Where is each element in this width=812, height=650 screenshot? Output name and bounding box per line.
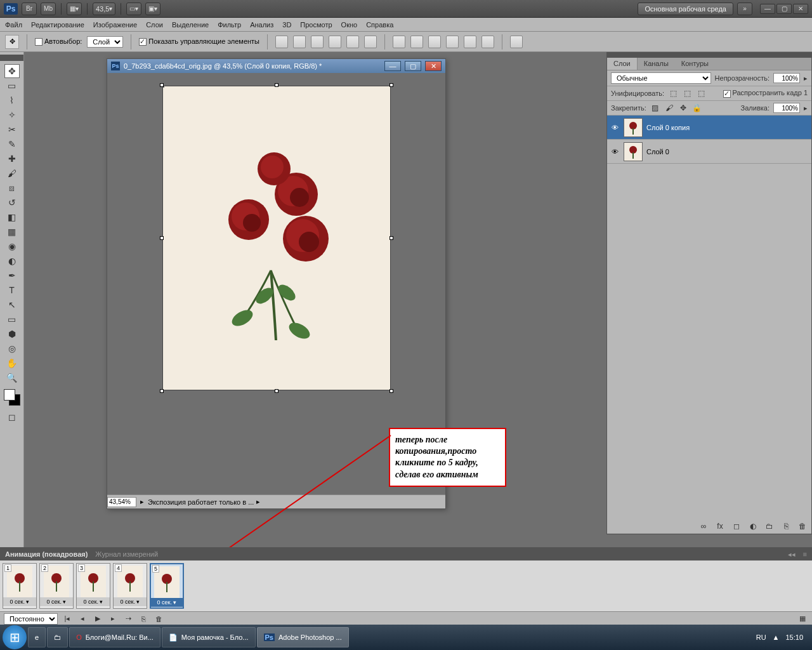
distribute-bottom-button[interactable] xyxy=(428,36,441,48)
menu-3d[interactable]: 3D xyxy=(282,21,291,29)
layer-fx-icon[interactable]: fx xyxy=(715,521,725,531)
animation-frame[interactable]: 50 сек. ▾ xyxy=(150,563,184,609)
animation-frame[interactable]: 10 сек. ▾ xyxy=(3,563,37,609)
opacity-flyout-icon[interactable]: ▸ xyxy=(804,74,808,83)
doc-close-button[interactable]: ✕ xyxy=(425,61,442,71)
document-titlebar[interactable]: Ps 0_7b293_cda6b4cd_orig.jpg @ 43,5% (Сл… xyxy=(107,59,445,73)
fill-field[interactable] xyxy=(773,103,800,113)
arrange-button[interactable]: ▭▾ xyxy=(126,3,141,15)
gradient-tool[interactable]: ▦ xyxy=(4,225,20,239)
autoselect-checkbox[interactable]: Автовыбор: xyxy=(35,37,82,46)
panel-menu-icon[interactable]: ≡ xyxy=(803,550,807,558)
hand-tool[interactable]: ✋ xyxy=(4,356,20,370)
start-button[interactable]: ⊞ xyxy=(3,625,27,649)
minibridge-button[interactable]: Mb xyxy=(41,3,56,15)
align-hcenter-button[interactable] xyxy=(346,36,359,48)
next-frame-button[interactable]: ▸ xyxy=(107,614,119,624)
auto-align-button[interactable] xyxy=(510,36,523,48)
unify-style-icon[interactable]: ⬚ xyxy=(696,88,706,98)
menu-file[interactable]: Файл xyxy=(5,21,22,29)
align-vcenter-button[interactable] xyxy=(293,36,306,48)
zoom-tool[interactable]: 🔍 xyxy=(4,371,20,385)
unify-visibility-icon[interactable]: ⬚ xyxy=(682,88,692,98)
delete-layer-icon[interactable]: 🗑 xyxy=(797,521,808,531)
align-left-button[interactable] xyxy=(329,36,341,48)
play-button[interactable]: ▶ xyxy=(92,614,103,624)
heal-tool[interactable]: ✚ xyxy=(4,152,20,166)
opacity-field[interactable] xyxy=(773,73,800,83)
new-layer-icon[interactable]: ⎘ xyxy=(781,521,791,531)
frame-duration[interactable]: 0 сек. ▾ xyxy=(3,597,36,606)
wand-tool[interactable]: ✧ xyxy=(4,108,20,122)
distribute-vcenter-button[interactable] xyxy=(410,36,423,48)
tray-flag-icon[interactable]: ▲ xyxy=(773,633,780,641)
align-bottom-button[interactable] xyxy=(311,36,324,48)
tab-paths[interactable]: Контуры xyxy=(675,58,715,70)
taskbar-item[interactable]: 📄Моя рамочка - Бло... xyxy=(162,627,256,647)
distribute-right-button[interactable] xyxy=(481,36,494,48)
convert-timeline-button[interactable]: ▦ xyxy=(797,614,808,624)
tween-button[interactable]: ⇢ xyxy=(122,614,134,624)
3d-tool[interactable]: ⬢ xyxy=(4,327,20,341)
canvas-artboard[interactable] xyxy=(162,86,391,390)
link-layers-icon[interactable]: ∞ xyxy=(698,521,709,531)
doc-maximize-button[interactable]: ▢ xyxy=(405,61,421,71)
brush-tool[interactable]: 🖌 xyxy=(4,166,20,180)
align-top-button[interactable] xyxy=(275,36,288,48)
path-select-tool[interactable]: ↖ xyxy=(4,298,20,312)
eyedropper-tool[interactable]: ✎ xyxy=(4,137,20,151)
minimize-button[interactable]: — xyxy=(760,4,775,14)
layer-mask-icon[interactable]: ◻ xyxy=(731,521,742,531)
menu-edit[interactable]: Редактирование xyxy=(31,21,84,29)
taskbar-item[interactable]: OБлоги@Mail.Ru: Ви... xyxy=(69,627,160,647)
lock-transparency-icon[interactable]: ▨ xyxy=(650,103,660,113)
tab-layers[interactable]: Слои xyxy=(607,58,638,70)
screen-mode-button[interactable]: ▣▾ xyxy=(145,3,160,15)
frame-duration[interactable]: 0 сек. ▾ xyxy=(114,597,147,606)
lock-all-icon[interactable]: 🔒 xyxy=(692,103,702,113)
prev-frame-button[interactable]: ◂ xyxy=(77,614,88,624)
eraser-tool[interactable]: ◧ xyxy=(4,210,20,224)
distribute-left-button[interactable] xyxy=(446,36,459,48)
frame-duration[interactable]: 0 сек. ▾ xyxy=(77,597,110,606)
marquee-tool[interactable]: ▭ xyxy=(4,79,20,93)
menu-filter[interactable]: Фильтр xyxy=(218,21,241,29)
bridge-button[interactable]: Br xyxy=(22,3,37,15)
workspace-switcher[interactable]: Основная рабочая среда xyxy=(638,3,733,15)
blend-mode-dropdown[interactable]: Обычные xyxy=(611,72,711,84)
menu-select[interactable]: Выделение xyxy=(172,21,209,29)
workspace-expand-button[interactable]: » xyxy=(737,3,752,15)
lasso-tool[interactable]: ⌇ xyxy=(4,93,20,107)
menu-image[interactable]: Изображение xyxy=(93,21,137,29)
tab-animation[interactable]: Анимация (покадровая) xyxy=(5,550,88,558)
type-tool[interactable]: T xyxy=(4,283,20,297)
visibility-icon[interactable]: 👁 xyxy=(610,124,620,131)
3d-camera-tool[interactable]: ◎ xyxy=(4,342,20,355)
layer-item[interactable]: 👁 Слой 0 копия xyxy=(607,116,811,140)
crop-tool[interactable]: ✂ xyxy=(4,123,20,136)
taskbar-explorer-icon[interactable]: 🗀 xyxy=(47,627,68,647)
first-frame-button[interactable]: |◂ xyxy=(62,614,73,624)
taskbar-ie-icon[interactable]: e xyxy=(28,627,46,647)
distribute-hcenter-button[interactable] xyxy=(464,36,476,48)
move-tool[interactable]: ✥ xyxy=(4,64,20,78)
doc-zoom-field[interactable] xyxy=(107,497,136,507)
stamp-tool[interactable]: ⧇ xyxy=(4,181,20,195)
fill-flyout-icon[interactable]: ▸ xyxy=(804,104,808,112)
autoselect-target-dropdown[interactable]: Слой xyxy=(87,36,123,48)
animation-frame[interactable]: 30 сек. ▾ xyxy=(76,563,110,609)
quickmask-toggle[interactable]: ◻ xyxy=(4,410,20,424)
shape-tool[interactable]: ▭ xyxy=(4,312,20,326)
unify-position-icon[interactable]: ⬚ xyxy=(668,88,678,98)
tab-measurements[interactable]: Журнал измерений xyxy=(95,550,158,558)
frame-duration[interactable]: 0 сек. ▾ xyxy=(151,598,183,607)
doc-minimize-button[interactable]: — xyxy=(384,61,401,71)
align-right-button[interactable] xyxy=(364,36,377,48)
adjustment-layer-icon[interactable]: ◐ xyxy=(748,521,758,531)
pen-tool[interactable]: ✒ xyxy=(4,269,20,282)
tray-lang[interactable]: RU xyxy=(756,633,766,641)
blur-tool[interactable]: ◉ xyxy=(4,239,20,253)
menu-analysis[interactable]: Анализ xyxy=(250,21,273,29)
menu-layer[interactable]: Слои xyxy=(146,21,163,29)
tab-channels[interactable]: Каналы xyxy=(638,58,675,70)
